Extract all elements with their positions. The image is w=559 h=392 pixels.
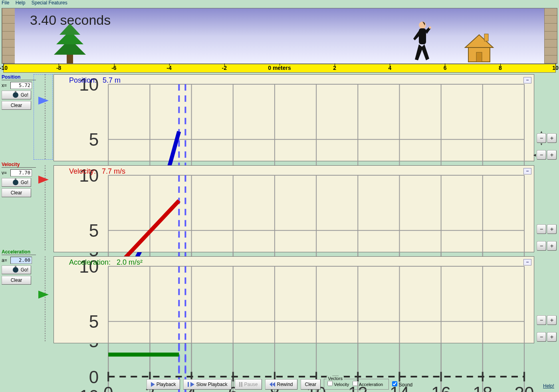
velocity-slider-thumb[interactable] [38, 176, 49, 184]
zoom-in-y[interactable]: + [547, 315, 557, 325]
pause-button[interactable]: Pause [235, 379, 262, 390]
svg-text:5: 5 [89, 221, 99, 240]
acceleration-panel: Acceleration a= Go! Clear [2, 249, 36, 285]
zoom-out-y[interactable]: − [537, 315, 546, 325]
position-title: Position [2, 74, 36, 80]
svg-rect-4 [484, 34, 488, 41]
ruler-tick: -6 [111, 63, 116, 72]
label: Rewind [277, 382, 293, 387]
zoom-out-y[interactable]: − [537, 224, 546, 234]
rewind-icon [270, 382, 275, 387]
ruler-tick: -4 [167, 63, 171, 72]
label: Playback [157, 382, 176, 387]
velocity-go-button[interactable]: Go! [2, 178, 31, 187]
ruler-tick: 0 meters [268, 63, 291, 72]
tree-icon [54, 20, 86, 63]
menu-help[interactable]: Help [16, 0, 26, 6]
menu-special[interactable]: Special Features [32, 0, 67, 6]
label: Slow Playback [196, 382, 227, 387]
svg-point-2 [429, 26, 431, 29]
position-go-button[interactable]: Go! [2, 91, 31, 99]
collapse-button[interactable]: – [523, 77, 531, 83]
velocity-title: Velocity [2, 162, 36, 168]
position-slider[interactable] [38, 74, 52, 160]
menu-file[interactable]: File [2, 0, 9, 6]
stopwatch-icon [13, 180, 18, 185]
acceleration-slider[interactable] [38, 256, 52, 342]
wall-left [2, 8, 15, 63]
position-panel: Position x= Go! Clear [2, 74, 36, 110]
ruler-tick: 4 [388, 63, 391, 72]
acceleration-input[interactable] [10, 257, 32, 264]
zoom-in-y[interactable]: + [547, 133, 557, 143]
position-chart: -10-5051002468101214161820 Position: 5.7… [54, 74, 534, 161]
acceleration-clear-button[interactable]: Clear [2, 276, 31, 285]
wall-right [544, 8, 557, 63]
acceleration-slider-thumb[interactable] [38, 291, 49, 299]
velocity-chart: -10-5051002468101214161820 Velocity: 7.7… [54, 165, 534, 252]
bar-icon [188, 382, 189, 387]
go-label: Go! [21, 91, 28, 99]
svg-text:5: 5 [89, 312, 99, 331]
zoom-out-x[interactable]: − [537, 332, 546, 342]
velocity-clear-button[interactable]: Clear [2, 188, 31, 197]
svg-marker-3 [465, 35, 493, 48]
position-clear-button[interactable]: Clear [2, 101, 31, 110]
ruler-tick: -8 [56, 63, 61, 72]
zoom-out-x[interactable]: − [537, 241, 546, 251]
svg-point-0 [419, 22, 426, 29]
velocity-chart-title: Velocity: 7.7 m/s [69, 167, 125, 176]
velocity-var: v= [2, 170, 10, 176]
position-ruler: -10-8-6-4-20 meters246810 [3, 64, 556, 73]
acceleration-chart-title: Acceleration: 2.0 m/s² [69, 258, 143, 267]
position-input[interactable] [10, 82, 32, 89]
ruler-tick: -10 [0, 63, 8, 72]
acceleration-var: a= [2, 257, 10, 263]
zoom-out-y[interactable]: −▲▼ [537, 133, 546, 143]
ruler-tick: 8 [499, 63, 502, 72]
collapse-button[interactable]: – [523, 168, 531, 174]
position-slider-thumb[interactable] [38, 97, 49, 105]
zoom-in-x[interactable]: + [547, 332, 557, 342]
label: Pause [244, 382, 258, 387]
collapse-button[interactable]: – [523, 259, 531, 265]
walking-man[interactable] [409, 20, 433, 63]
play-icon [190, 382, 194, 387]
velocity-panel: Velocity v= Go! Clear [2, 162, 36, 197]
svg-text:5: 5 [89, 130, 99, 149]
house-icon [461, 32, 497, 63]
vectors-velocity-checkbox[interactable]: Velocity [327, 382, 349, 387]
menu-bar: File Help Special Features [0, 0, 559, 7]
zoom-in-x[interactable]: + [547, 241, 557, 251]
zoom-in-y[interactable]: + [547, 224, 557, 234]
zoom-in-x[interactable]: + [547, 150, 557, 160]
playback-bar: Playback Slow Playback Pause Rewind Clea… [0, 379, 559, 390]
playback-button[interactable]: Playback [147, 379, 180, 390]
clear-all-button[interactable]: Clear [301, 379, 321, 390]
world-panel: 3.40 seconds [2, 8, 557, 64]
zoom-out-x[interactable]: −◀▶ [537, 150, 546, 160]
acceleration-go-button[interactable]: Go! [2, 265, 31, 274]
pause-icon [239, 382, 242, 387]
ruler-tick: 6 [444, 63, 447, 72]
help-link[interactable]: Help! [543, 383, 554, 389]
velocity-input[interactable] [10, 169, 32, 176]
velocity-slider[interactable] [38, 165, 52, 251]
acceleration-title: Acceleration [2, 249, 36, 255]
stopwatch-icon [13, 92, 18, 98]
rewind-button[interactable]: Rewind [265, 379, 297, 390]
position-chart-title: Position: 5.7 m [69, 76, 121, 85]
svg-rect-1 [419, 28, 426, 44]
vectors-legend: Vectors [327, 376, 344, 381]
acceleration-chart: -10-5051002468101214161820 Acceleration:… [54, 256, 534, 343]
ruler-tick: 10 [552, 63, 559, 72]
ruler-tick: 2 [333, 63, 336, 72]
stopwatch-icon [13, 267, 18, 273]
slow-playback-button[interactable]: Slow Playback [183, 379, 232, 390]
sound-checkbox[interactable]: Sound [392, 381, 412, 388]
svg-rect-6 [476, 52, 482, 62]
go-label: Go! [21, 178, 28, 186]
go-label: Go! [21, 266, 28, 274]
position-var: x= [2, 83, 10, 88]
vectors-accel-checkbox[interactable]: Acceleration [353, 382, 383, 387]
